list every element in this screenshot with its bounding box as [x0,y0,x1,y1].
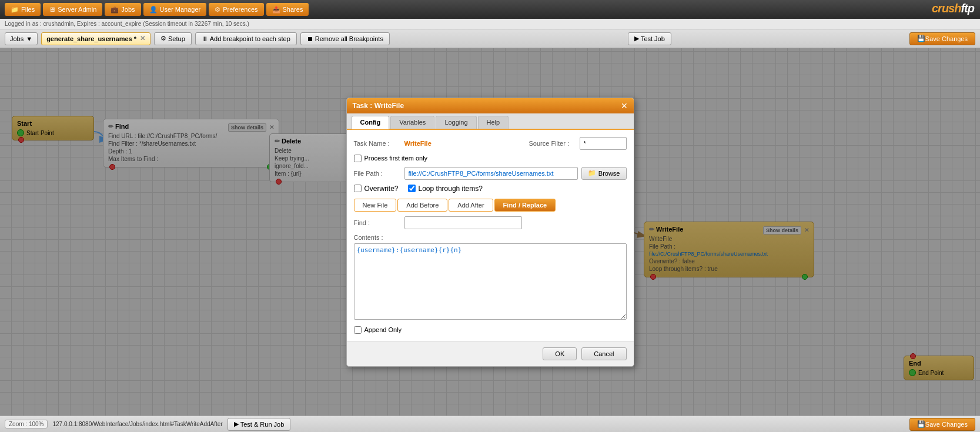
contents-section: Contents : {username}:{username}{r}{n} [354,234,627,322]
find-row: Find : [354,216,627,229]
cancel-button[interactable]: Cancel [581,347,626,360]
file-path-input[interactable] [404,167,578,180]
url-bar: 127.0.0.1:8080/WebInterface/Jobs/index.h… [52,421,222,427]
nav-preferences-button[interactable]: ⚙ Preferences [209,3,263,16]
bottom-test-job-button[interactable]: ▶ Test & Run Job [228,418,291,431]
append-row: Append Only [354,326,627,334]
briefcase-icon: 💼 [111,6,119,14]
remove-breakpoints-button[interactable]: ⏹ Remove all Breakpoints [300,32,390,45]
tab-config[interactable]: Config [352,116,390,129]
sub-tab-add-after[interactable]: Add After [449,199,493,212]
setup-icon: ⚙ [160,35,166,42]
contents-textarea[interactable]: {username}:{username}{r}{n} [354,243,627,320]
gear-icon: ⚙ [215,6,220,14]
file-path-row: File Path : 📁 Browse [354,167,627,180]
save-icon: 💾 [917,35,925,42]
append-checkbox[interactable] [354,326,362,334]
tab-logging[interactable]: Logging [436,116,476,129]
append-label: Append Only [364,326,402,333]
loop-label: Loop through items? [419,185,483,193]
save-changes-button[interactable]: 💾 Save Changes [909,32,975,45]
bottom-save-icon: 💾 [917,420,925,428]
nav-files-button[interactable]: 📁 Files [5,3,41,16]
canvas-area: Start Start Point ✏ Find Show details ✕ … [0,48,980,416]
tab-variables[interactable]: Variables [390,116,434,129]
folder-browse-icon: 📁 [588,169,596,177]
process-first-label: Process first item only [364,155,428,162]
toolbar: Jobs ▼ generate_share_usernames * ✕ ⚙ Se… [0,29,980,48]
source-filter-label: Source Filter : [529,140,576,147]
process-first-row: Process first item only [354,155,627,162]
modal-footer: OK Cancel [347,341,634,366]
zoom-label: Zoom : 100% [5,420,48,428]
active-job-tab[interactable]: generate_share_usernames * ✕ [41,32,150,45]
setup-button[interactable]: ⚙ Setup [154,32,192,45]
user-icon: 👤 [149,6,158,14]
nav-jobs-button[interactable]: 💼 Jobs [105,3,141,16]
top-nav: 📁 Files 🖥 Server Admin 💼 Jobs 👤 User Man… [0,0,980,19]
nav-server-admin-button[interactable]: 🖥 Server Admin [43,3,102,16]
status-text: Logged in as : crushadmin, Expires : acc… [5,21,249,27]
bottom-bar: Zoom : 100% 127.0.0.1:8080/WebInterface/… [0,416,980,432]
sub-tab-add-before[interactable]: Add Before [397,199,447,212]
modal-close-button[interactable]: ✕ [621,102,628,110]
modal-tabs: Config Variables Logging Help [347,113,634,130]
share-icon: 📤 [272,6,280,14]
sub-tabs: New File Add Before Add After Find / Rep… [354,199,627,212]
loop-group: Loop through items? [408,185,483,193]
overwrite-group: Overwrite? [354,185,399,193]
nav-user-manager-button[interactable]: 👤 User Manager [143,3,207,16]
play-icon: ▶ [634,35,639,42]
overwrite-loop-row: Overwrite? Loop through items? [354,185,627,193]
test-job-button[interactable]: ▶ Test Job [628,32,671,45]
remove-icon: ⏹ [307,35,313,42]
task-name-label: Task Name : [354,140,401,147]
find-label: Find : [354,219,401,226]
close-job-icon[interactable]: ✕ [140,35,145,42]
overwrite-label: Overwrite? [364,185,399,193]
add-breakpoint-button[interactable]: ⏸ Add breakpoint to each step [195,32,297,45]
process-first-checkbox[interactable] [354,155,362,162]
dropdown-arrow-icon: ▼ [26,35,32,42]
bottom-play-icon: ▶ [234,420,239,428]
server-icon: 🖥 [49,6,55,13]
task-name-value: WriteFile [404,140,432,147]
ok-button[interactable]: OK [543,347,577,360]
find-input[interactable] [404,216,522,229]
modal-header: Task : WriteFile ✕ [347,98,634,113]
modal-overlay: Task : WriteFile ✕ Config Variables Logg… [0,48,980,416]
source-filter-input[interactable] [580,137,627,150]
overwrite-checkbox[interactable] [354,185,362,192]
modal-body: Task Name : WriteFile Source Filter : Pr… [347,130,634,341]
status-bar: Logged in as : crushadmin, Expires : acc… [0,19,980,29]
task-name-row: Task Name : WriteFile Source Filter : [354,137,627,150]
breakpoint-icon: ⏸ [202,35,208,42]
sub-tab-find-replace[interactable]: Find / Replace [494,199,556,212]
file-path-label: File Path : [354,170,401,177]
sub-tab-new-file[interactable]: New File [354,199,397,212]
modal-dialog: Task : WriteFile ✕ Config Variables Logg… [346,98,634,367]
bottom-save-changes-button[interactable]: 💾 Save Changes [909,418,975,431]
loop-checkbox[interactable] [408,185,416,192]
app-logo: crushftp [932,2,974,15]
nav-shares-button[interactable]: 📤 Shares [266,3,309,16]
browse-button[interactable]: 📁 Browse [581,167,627,180]
folder-icon: 📁 [11,6,19,14]
modal-title: Task : WriteFile [353,102,404,110]
tab-help[interactable]: Help [478,116,509,129]
jobs-dropdown-button[interactable]: Jobs ▼ [5,32,38,45]
contents-label: Contents : [354,234,627,241]
